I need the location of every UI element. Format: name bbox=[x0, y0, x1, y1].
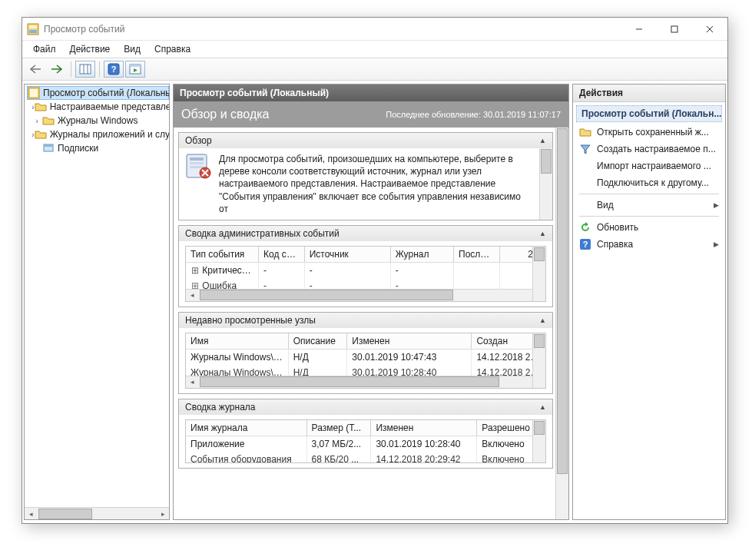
tree-item-label: Подписки bbox=[58, 143, 98, 154]
window: Просмотр событий Файл Действие Вид Справ… bbox=[22, 17, 728, 524]
center-vertical-scrollbar[interactable] bbox=[555, 128, 568, 519]
tree[interactable]: Просмотр событий (Локальный) › Настраива… bbox=[25, 84, 169, 507]
overview-panel-header[interactable]: Обзор ▲ bbox=[179, 133, 552, 148]
action-import-custom[interactable]: Импорт настраиваемого ... bbox=[576, 157, 722, 174]
minimize-button[interactable] bbox=[621, 18, 657, 40]
center-pane: Просмотр событий (Локальный) Обзор и сво… bbox=[173, 84, 569, 520]
col-journal[interactable]: Журнал bbox=[391, 247, 454, 262]
open-folder-icon bbox=[579, 126, 591, 138]
recent-nodes-hscroll[interactable]: ◂▸ bbox=[186, 376, 545, 388]
log-summary-table[interactable]: Имя журнала Размер (Т... Изменен Разреше… bbox=[185, 419, 546, 463]
log-summary-panel: Сводка журнала ▲ Имя журнала Размер (Т..… bbox=[178, 399, 553, 469]
tree-pane: Просмотр событий (Локальный) › Настраива… bbox=[24, 84, 170, 520]
forward-button[interactable] bbox=[47, 61, 67, 78]
toolbar-preview-button[interactable] bbox=[125, 61, 145, 78]
tree-item-subscriptions[interactable]: Подписки bbox=[27, 141, 169, 155]
tree-root-label: Просмотр событий (Локальный) bbox=[43, 88, 169, 98]
table-row[interactable]: ⊞ Критический - - - 0 bbox=[186, 263, 545, 278]
log-summary-header[interactable]: Сводка журнала ▲ bbox=[179, 399, 552, 415]
log-summary-vscroll[interactable] bbox=[532, 420, 545, 462]
tree-item-custom-views[interactable]: › Настраиваемые представления bbox=[27, 100, 169, 114]
app-icon bbox=[27, 23, 39, 35]
table-row[interactable]: Приложение 3,07 МБ/2... 30.01.2019 10:28… bbox=[186, 436, 545, 452]
toolbar-help-button[interactable]: ? bbox=[104, 61, 124, 78]
recent-nodes-panel: Недавно просмотренные узлы ▲ Имя Описани… bbox=[178, 312, 553, 394]
menu-view[interactable]: Вид bbox=[118, 43, 147, 55]
actions-list: Открыть сохраненный ж... Создать настраи… bbox=[573, 122, 725, 254]
summary-title: Обзор и сводка bbox=[181, 108, 270, 121]
refresh-icon bbox=[579, 221, 591, 234]
col-desc[interactable]: Описание bbox=[289, 333, 348, 349]
back-button[interactable] bbox=[25, 61, 45, 78]
action-create-custom[interactable]: Создать настраиваемое п... bbox=[576, 141, 722, 157]
toolbar-panes-button[interactable] bbox=[75, 61, 95, 78]
admin-summary-vscroll[interactable] bbox=[532, 247, 545, 301]
action-view[interactable]: Вид ▶ bbox=[576, 197, 722, 214]
last-update: Последнее обновление: 30.01.2019 11:07:1… bbox=[386, 110, 561, 119]
chevron-up-icon[interactable]: ▲ bbox=[721, 111, 722, 118]
recent-nodes-vscroll[interactable] bbox=[532, 333, 545, 388]
svg-rect-22 bbox=[190, 166, 204, 168]
col-changed[interactable]: Изменен bbox=[371, 420, 477, 436]
action-refresh[interactable]: Обновить bbox=[576, 219, 722, 236]
center-header: Просмотр событий (Локальный) bbox=[174, 84, 568, 101]
separator bbox=[579, 216, 719, 217]
svg-rect-18 bbox=[44, 144, 53, 147]
overview-scrollbar[interactable] bbox=[539, 148, 552, 220]
svg-rect-1 bbox=[29, 25, 37, 28]
window-title: Просмотр событий bbox=[44, 24, 621, 35]
panel-title: Сводка административных событий bbox=[185, 228, 340, 239]
svg-text:?: ? bbox=[583, 240, 588, 249]
summary-band: Обзор и сводка Последнее обновление: 30.… bbox=[174, 101, 568, 128]
collapse-icon[interactable]: ▲ bbox=[539, 230, 546, 237]
col-size[interactable]: Размер (Т... bbox=[307, 420, 372, 436]
svg-rect-13 bbox=[130, 65, 141, 67]
col-code[interactable]: Код соб... bbox=[259, 247, 305, 262]
table-row[interactable]: Журналы Windows\При... Н/Д 30.01.2019 10… bbox=[186, 365, 545, 376]
table-row[interactable]: Журналы Windows\Сис... Н/Д 30.01.2019 10… bbox=[186, 350, 545, 365]
actions-pane: Действия Просмотр событий (Локальн... ▲ … bbox=[572, 84, 726, 520]
col-type[interactable]: Тип события bbox=[186, 247, 259, 262]
table-row[interactable]: ⊞ Ошибка - - - 4 bbox=[186, 278, 545, 289]
close-button[interactable] bbox=[692, 18, 727, 40]
eventvwr-icon bbox=[28, 87, 40, 99]
admin-summary-hscroll[interactable]: ◂▸ bbox=[186, 289, 545, 301]
subscriptions-icon bbox=[42, 142, 55, 154]
table-row[interactable]: События оборудования 68 КБ/20 ... 14.12.… bbox=[186, 452, 545, 462]
action-help[interactable]: ? Справка ▶ bbox=[576, 236, 722, 253]
col-changed[interactable]: Изменен bbox=[347, 333, 472, 349]
help-icon: ? bbox=[579, 238, 591, 250]
menu-help[interactable]: Справка bbox=[148, 43, 197, 55]
tree-item-label: Журналы приложений и служб bbox=[50, 129, 169, 140]
admin-summary-header[interactable]: Сводка административных событий ▲ bbox=[179, 226, 552, 241]
menu-action[interactable]: Действие bbox=[64, 43, 117, 55]
svg-rect-7 bbox=[80, 65, 91, 74]
filter-icon bbox=[579, 143, 591, 155]
svg-rect-20 bbox=[190, 157, 204, 161]
collapse-icon[interactable]: ▲ bbox=[539, 137, 546, 144]
maximize-button[interactable] bbox=[657, 18, 692, 40]
admin-summary-table[interactable]: Тип события Код соб... Источник Журнал П… bbox=[185, 246, 546, 302]
actions-subheader-label: Просмотр событий (Локальн... bbox=[581, 108, 721, 119]
recent-nodes-header[interactable]: Недавно просмотренные узлы ▲ bbox=[179, 313, 552, 328]
action-connect-other[interactable]: Подключиться к другому... bbox=[576, 174, 722, 191]
actions-subheader[interactable]: Просмотр событий (Локальн... ▲ bbox=[576, 105, 722, 122]
menu-file[interactable]: Файл bbox=[27, 43, 62, 55]
tree-root[interactable]: Просмотр событий (Локальный) bbox=[27, 86, 169, 100]
tree-item-app-logs[interactable]: › Журналы приложений и служб bbox=[27, 128, 169, 141]
tree-item-windows-logs[interactable]: › Журналы Windows bbox=[27, 114, 169, 128]
blank-icon bbox=[579, 177, 591, 189]
col-source[interactable]: Источник bbox=[305, 247, 391, 262]
recent-nodes-table[interactable]: Имя Описание Изменен Создан Журналы Wind… bbox=[185, 333, 546, 389]
col-log-name[interactable]: Имя журнала bbox=[186, 420, 307, 436]
expand-icon[interactable]: › bbox=[31, 116, 42, 125]
panel-title: Сводка журнала bbox=[185, 402, 256, 413]
collapse-icon[interactable]: ▲ bbox=[539, 316, 546, 324]
collapse-icon[interactable]: ▲ bbox=[539, 403, 546, 411]
panel-title: Обзор bbox=[185, 135, 212, 146]
titlebar: Просмотр событий bbox=[22, 18, 727, 41]
action-open-saved[interactable]: Открыть сохраненный ж... bbox=[576, 124, 722, 141]
col-last[interactable]: Послед... bbox=[454, 247, 500, 262]
tree-horizontal-scrollbar[interactable]: ◂ ▸ bbox=[25, 507, 169, 519]
col-name[interactable]: Имя bbox=[186, 333, 289, 349]
